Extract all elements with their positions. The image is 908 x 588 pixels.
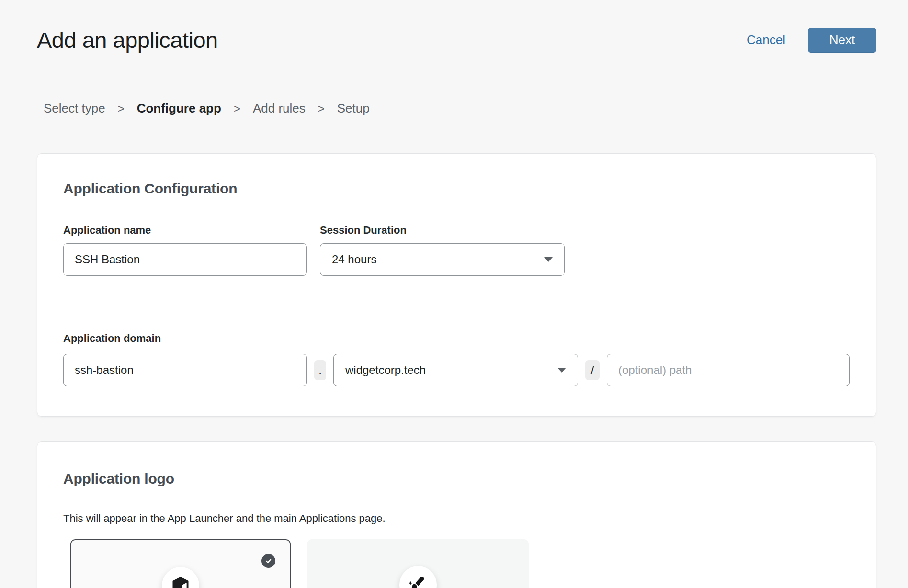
cube-icon <box>170 575 191 588</box>
logo-option-default[interactable] <box>70 539 291 588</box>
stepper-separator: > <box>234 102 240 115</box>
custom-logo-circle <box>399 566 437 588</box>
config-label-row: Application name Session Duration <box>63 224 850 237</box>
step-select-type: Select type <box>44 101 105 116</box>
step-add-rules: Add rules <box>253 101 306 116</box>
check-icon <box>264 557 272 565</box>
path-input[interactable] <box>607 354 850 386</box>
subdomain-input[interactable] <box>63 354 307 386</box>
logo-option-custom[interactable] <box>307 539 529 588</box>
chevron-down-icon <box>544 257 553 262</box>
dot-separator: . <box>314 360 326 380</box>
next-button[interactable]: Next <box>808 28 876 53</box>
page-header: Add an application Cancel Next <box>0 0 908 53</box>
step-configure-app: Configure app <box>137 101 221 116</box>
application-name-label: Application name <box>63 224 307 237</box>
config-input-row: 24 hours <box>63 243 850 276</box>
session-duration-value: 24 hours <box>332 253 376 266</box>
slash-separator: / <box>585 360 600 380</box>
application-configuration-card: Application Configuration Application na… <box>37 153 876 417</box>
header-actions: Cancel Next <box>747 28 876 53</box>
wizard-stepper: Select type > Configure app > Add rules … <box>44 101 908 116</box>
application-logo-heading: Application logo <box>63 470 850 487</box>
application-domain-label: Application domain <box>63 332 850 345</box>
cancel-button[interactable]: Cancel <box>747 33 785 47</box>
domain-select[interactable]: widgetcorp.tech <box>333 354 578 386</box>
stepper-separator: > <box>318 102 325 115</box>
domain-value: widgetcorp.tech <box>345 363 426 377</box>
application-configuration-heading: Application Configuration <box>63 180 850 197</box>
application-domain-row: . widgetcorp.tech / <box>63 354 850 386</box>
application-logo-card: Application logo This will appear in the… <box>37 441 876 588</box>
session-duration-select[interactable]: 24 hours <box>320 243 565 276</box>
application-logo-description: This will appear in the App Launcher and… <box>63 512 850 525</box>
page-title: Add an application <box>37 27 218 53</box>
step-setup: Setup <box>337 101 370 116</box>
chevron-down-icon <box>557 368 566 373</box>
paintbrush-sparkles-icon <box>407 574 429 588</box>
logo-options <box>70 539 850 588</box>
application-name-input[interactable] <box>63 243 307 276</box>
selected-check-badge <box>261 554 275 568</box>
default-logo-circle <box>162 567 199 588</box>
stepper-separator: > <box>118 102 125 115</box>
session-duration-label: Session Duration <box>320 224 407 237</box>
